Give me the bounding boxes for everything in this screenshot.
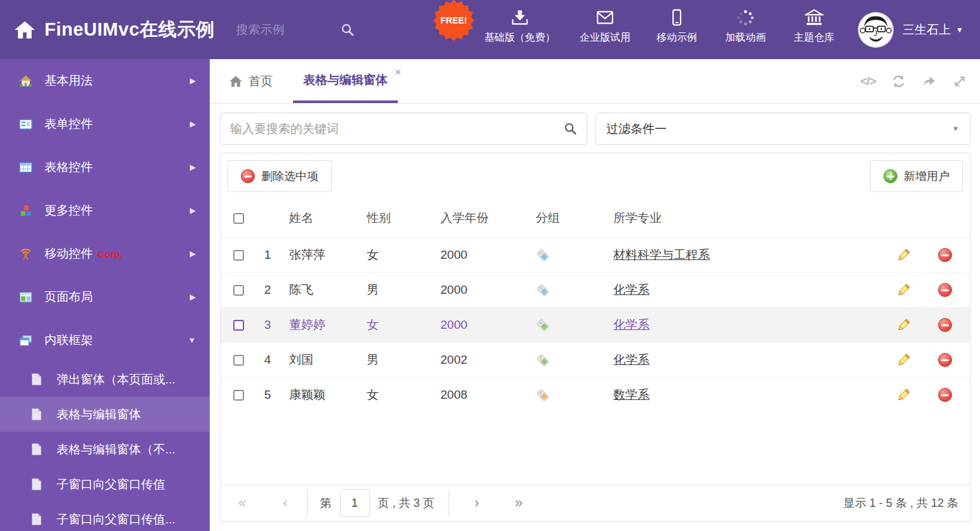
column-header-group[interactable]: 分组 <box>527 210 603 226</box>
sidebar-subitem-child-to-parent-2[interactable]: 子窗口向父窗口传值... <box>0 502 210 531</box>
search-icon[interactable] <box>564 122 577 135</box>
refresh-icon[interactable] <box>891 74 906 88</box>
filter-dropdown[interactable]: 过滤条件一 ▼ <box>595 113 970 145</box>
mobile-icon <box>667 9 686 27</box>
page-icon <box>31 373 43 386</box>
select-all-checkbox[interactable] <box>233 213 244 224</box>
row-number: 1 <box>256 248 279 262</box>
sidebar-item-grid-controls[interactable]: 表格控件 ▶ <box>0 146 210 189</box>
nav-item-basic-edition[interactable]: 基础版（免费） <box>484 9 555 45</box>
bank-icon <box>805 9 824 27</box>
delete-selected-button[interactable]: 删除选中项 <box>228 160 332 192</box>
user-menu[interactable]: 三生石上 ▼ <box>858 12 963 48</box>
next-page-button[interactable]: › <box>475 495 479 511</box>
first-page-button[interactable]: « <box>238 495 246 511</box>
free-badge: FREE! <box>434 1 473 40</box>
cell-gender: 女 <box>357 247 430 263</box>
prev-page-button[interactable]: ‹ <box>283 495 287 511</box>
table-row[interactable]: 4 刘国 男 2002 化学系 <box>221 342 970 377</box>
keyword-search-box <box>220 113 587 145</box>
major-link[interactable]: 化学系 <box>613 282 650 298</box>
page-icon <box>31 478 43 491</box>
plus-circle-icon <box>883 169 897 183</box>
cell-gender: 女 <box>357 387 430 403</box>
source-code-icon[interactable]: </> <box>861 74 876 88</box>
nav-item-mobile-demo[interactable]: 移动示例 <box>655 9 699 45</box>
row-checkbox[interactable] <box>233 285 244 296</box>
sidebar-subitem-grid-edit-window-2[interactable]: 表格与编辑窗体（不... <box>0 432 210 467</box>
last-page-button[interactable]: » <box>515 495 522 511</box>
delete-row-icon[interactable] <box>938 283 952 297</box>
edit-icon[interactable] <box>896 283 911 298</box>
page-input[interactable] <box>340 489 370 517</box>
column-header-year[interactable]: 入学年份 <box>430 210 527 226</box>
edit-icon[interactable] <box>896 318 911 333</box>
delete-row-icon[interactable] <box>938 388 952 402</box>
page-label-prefix: 第 <box>320 495 332 511</box>
row-checkbox[interactable] <box>233 355 244 366</box>
table-header: 姓名 性别 入学年份 分组 所学专业 <box>221 199 970 237</box>
edit-icon[interactable] <box>896 388 911 403</box>
app-window: FineUIMvc在线示例 FREE! 基础版（免费） 企 <box>0 0 980 531</box>
house-icon <box>19 74 32 88</box>
major-link[interactable]: 数学系 <box>613 387 650 403</box>
row-checkbox[interactable] <box>233 320 244 331</box>
row-checkbox[interactable] <box>233 390 244 401</box>
row-number: 2 <box>256 283 279 297</box>
share-arrow-icon[interactable] <box>922 74 937 88</box>
sidebar-item-more-controls[interactable]: 更多控件 ▶ <box>0 189 210 232</box>
keyword-search-input[interactable] <box>230 122 564 136</box>
sidebar-item-label: 表格控件 <box>44 159 93 176</box>
expand-icon[interactable] <box>952 74 967 88</box>
table-row[interactable]: 5 康颖颖 女 2008 数学系 <box>221 377 970 412</box>
column-header-gender[interactable]: 性别 <box>357 210 430 226</box>
delete-row-icon[interactable] <box>938 318 952 332</box>
table-row-selected[interactable]: 3 董婷婷 女 2000 化学系 <box>221 307 970 342</box>
sidebar: 基本用法 ▶ 表单控件 ▶ <box>0 59 210 531</box>
sidebar-item-iframe[interactable]: 内联框架 ▼ <box>0 319 210 362</box>
delete-row-icon[interactable] <box>938 248 952 262</box>
grid-panel: 删除选中项 新增用户 姓名 性别 入学年份 分组 所学专业 <box>220 153 970 521</box>
sidebar-item-basic-usage[interactable]: 基本用法 ▶ <box>0 59 210 102</box>
column-header-major[interactable]: 所学专业 <box>603 210 886 226</box>
nav-item-loading-animation[interactable]: 加载动画 <box>723 9 768 45</box>
search-icon[interactable] <box>341 23 355 37</box>
sidebar-subitem-label: 子窗口向父窗口传值... <box>57 511 175 528</box>
major-link[interactable]: 材料科学与工程系 <box>613 247 710 263</box>
column-header-name[interactable]: 姓名 <box>279 210 357 226</box>
home-icon[interactable] <box>14 20 36 40</box>
username: 三生石上 <box>902 22 951 38</box>
add-button-label: 新增用户 <box>904 169 949 184</box>
sidebar-item-form-controls[interactable]: 表单控件 ▶ <box>0 102 210 146</box>
header-search-input[interactable] <box>236 23 332 37</box>
edit-icon[interactable] <box>896 353 911 368</box>
major-link[interactable]: 化学系 <box>613 317 650 333</box>
layout-icon <box>19 291 32 304</box>
nav-item-enterprise-trial[interactable]: 企业版试用 <box>580 9 630 45</box>
divider <box>449 489 449 517</box>
table-row[interactable]: 1 张萍萍 女 2000 材料科学与工程系 <box>221 237 970 272</box>
cell-name: 刘国 <box>279 352 357 368</box>
nav-item-theme-store[interactable]: 主题仓库 <box>792 9 836 45</box>
sidebar-subitem-popup-window[interactable]: 弹出窗体（本页面或... <box>0 362 210 397</box>
form-icon <box>19 118 32 131</box>
tab-grid-edit-window[interactable]: 表格与编辑窗体 ✕ <box>293 59 398 103</box>
sidebar-subitem-child-to-parent[interactable]: 子窗口向父窗口传值 <box>0 467 210 502</box>
cell-name: 张萍萍 <box>279 247 357 263</box>
tab-home[interactable]: 首页 <box>229 59 273 103</box>
table-row[interactable]: 2 陈飞 男 2000 化学系 <box>221 272 970 307</box>
sidebar-item-page-layout[interactable]: 页面布局 ▶ <box>0 275 210 319</box>
edit-icon[interactable] <box>896 248 911 263</box>
delete-row-icon[interactable] <box>938 353 952 367</box>
sidebar-item-mobile-controls[interactable]: 移动控件 Corp. ▶ <box>0 232 210 275</box>
filter-row: 过滤条件一 ▼ <box>220 113 970 145</box>
tag-icon <box>536 318 550 333</box>
row-checkbox[interactable] <box>233 250 244 261</box>
sidebar-subitem-grid-edit-window[interactable]: 表格与编辑窗体 <box>0 397 210 432</box>
major-link[interactable]: 化学系 <box>613 352 650 368</box>
page-icon <box>31 443 43 456</box>
close-icon[interactable]: ✕ <box>395 67 402 77</box>
sidebar-item-label: 基本用法 <box>44 72 93 89</box>
add-user-button[interactable]: 新增用户 <box>870 160 963 192</box>
tag-icon <box>536 283 550 298</box>
